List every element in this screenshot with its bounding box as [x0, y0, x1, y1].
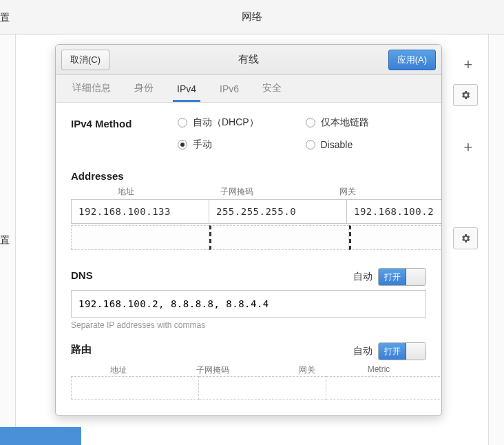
- address-input-empty[interactable]: [71, 225, 209, 250]
- cancel-button[interactable]: 取消(C): [61, 50, 109, 70]
- dialog-tabs: 详细信息 身份 IPv4 IPv6 安全: [56, 75, 441, 103]
- dns-auto-label: 自动: [353, 271, 372, 283]
- method-link-local-radio[interactable]: 仅本地链路: [306, 116, 427, 129]
- dns-hint: Separate IP addresses with commas: [71, 320, 426, 330]
- method-disable-radio[interactable]: Disable: [306, 138, 427, 151]
- tab-ipv4[interactable]: IPv4: [173, 83, 200, 102]
- dns-title: DNS: [71, 269, 93, 281]
- apply-button[interactable]: 应用(A): [388, 50, 436, 70]
- tab-security[interactable]: 安全: [258, 82, 286, 102]
- dns-auto-switch[interactable]: 打开: [378, 268, 426, 286]
- bg-left-fragment-2: 置: [0, 234, 10, 247]
- gear-icon: [460, 233, 471, 244]
- address-input[interactable]: [71, 199, 209, 224]
- bg-title: 网络: [242, 10, 262, 23]
- method-manual-radio[interactable]: 手动: [178, 138, 299, 151]
- connection-settings-dialog: 取消(C) 有线 应用(A) 详细信息 身份 IPv4 IPv6 安全 IPv4…: [55, 44, 442, 416]
- bottom-selection-bar: [0, 427, 81, 445]
- addresses-headers: 地址 子网掩码 网关: [71, 186, 426, 198]
- method-auto-radio[interactable]: 自动（DHCP）: [178, 116, 299, 129]
- connection-gear-button-2[interactable]: [453, 227, 478, 249]
- ipv4-method-label: IPv4 Method: [71, 116, 178, 151]
- route-row-empty: [71, 376, 426, 400]
- addresses-title: Addresses: [71, 170, 426, 182]
- routes-title: 路由: [71, 343, 92, 356]
- route-gateway-input[interactable]: [326, 376, 441, 400]
- netmask-input-empty[interactable]: [209, 225, 349, 250]
- gear-icon: [460, 90, 471, 101]
- routes-auto-switch[interactable]: 打开: [378, 342, 426, 360]
- dialog-header: 取消(C) 有线 应用(A): [56, 45, 441, 75]
- route-address-input[interactable]: [71, 376, 199, 400]
- ipv4-panel: IPv4 Method 自动（DHCP） 仅本地链路 手动 Disable Ad…: [56, 103, 441, 415]
- dns-servers-input[interactable]: [71, 290, 426, 318]
- tab-details[interactable]: 详细信息: [68, 82, 115, 102]
- tab-ipv6[interactable]: IPv6: [216, 83, 243, 102]
- address-row: [71, 199, 426, 224]
- tab-identity[interactable]: 身份: [130, 82, 158, 102]
- routes-auto-label: 自动: [353, 345, 372, 358]
- netmask-input[interactable]: [209, 199, 347, 224]
- bg-left-fragment-1: 置: [0, 0, 10, 34]
- gateway-input[interactable]: [347, 199, 441, 224]
- add-connection-button-2[interactable]: +: [459, 138, 478, 157]
- gateway-input-empty[interactable]: [349, 225, 441, 250]
- route-netmask-input[interactable]: [199, 376, 326, 400]
- dialog-title: 有线: [56, 53, 441, 66]
- add-connection-button-1[interactable]: +: [459, 55, 478, 74]
- routes-headers: 地址 子网掩码 网关 Metric: [71, 364, 426, 376]
- background-titlebar: 网络: [0, 0, 504, 34]
- connection-gear-button-1[interactable]: [453, 84, 478, 106]
- address-row-empty: [71, 225, 426, 250]
